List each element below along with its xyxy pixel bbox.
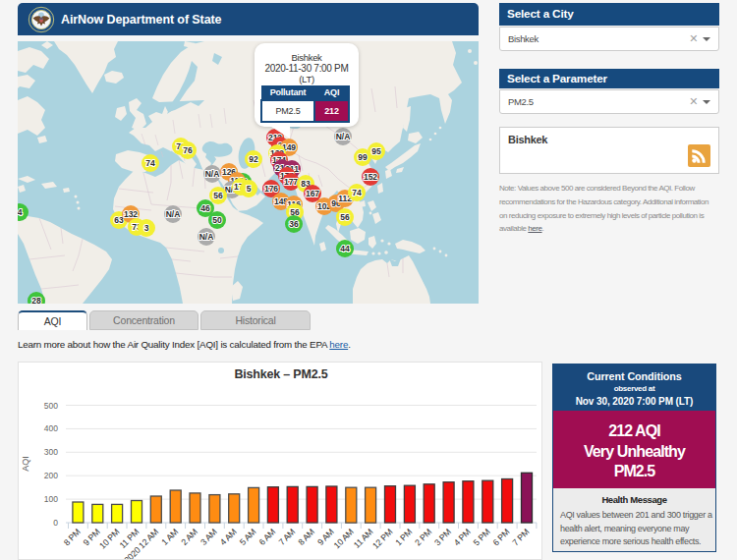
svg-text:152: 152 [364, 172, 377, 182]
svg-text:74: 74 [352, 188, 362, 197]
svg-text:200: 200 [44, 471, 58, 480]
svg-text:177: 177 [284, 177, 298, 187]
svg-text:4: 4 [18, 207, 23, 217]
svg-text:167: 167 [306, 189, 319, 198]
svg-text:1 PM: 1 PM [393, 527, 414, 547]
svg-text:500: 500 [44, 401, 58, 411]
svg-text:28: 28 [31, 296, 41, 304]
svg-text:100: 100 [44, 494, 58, 504]
svg-text:400: 400 [44, 423, 58, 433]
svg-text:4 AM: 4 AM [218, 527, 239, 547]
svg-text:8 AM: 8 AM [296, 527, 316, 547]
svg-text:76: 76 [183, 145, 193, 155]
svg-text:3 PM: 3 PM [432, 527, 453, 547]
svg-text:132: 132 [124, 209, 138, 219]
svg-text:5: 5 [247, 184, 252, 194]
svg-text:N/A: N/A [336, 132, 351, 141]
svg-text:56: 56 [213, 191, 223, 200]
svg-text:99: 99 [358, 152, 368, 162]
svg-text:N/A: N/A [205, 169, 220, 179]
svg-text:11 AM: 11 AM [352, 527, 375, 550]
svg-text:1 AM: 1 AM [159, 527, 180, 547]
svg-text:92: 92 [249, 154, 258, 164]
svg-text:AQI: AQI [21, 456, 30, 472]
svg-text:5 AM: 5 AM [238, 527, 258, 547]
svg-text:7 PM: 7 PM [510, 527, 531, 547]
svg-text:10 AM: 10 AM [332, 527, 356, 550]
svg-text:36: 36 [289, 219, 299, 229]
svg-text:10 PM: 10 PM [97, 527, 121, 550]
svg-text:2 PM: 2 PM [413, 527, 433, 547]
svg-text:4 PM: 4 PM [452, 527, 473, 547]
svg-text:46: 46 [200, 203, 210, 213]
svg-text:44: 44 [340, 244, 350, 253]
svg-text:5 PM: 5 PM [472, 527, 492, 547]
svg-text:50: 50 [212, 215, 222, 225]
svg-text:2 AM: 2 AM [179, 527, 199, 547]
svg-text:12 PM: 12 PM [370, 527, 394, 550]
svg-text:7 AM: 7 AM [277, 527, 298, 547]
svg-text:6 AM: 6 AM [257, 527, 278, 547]
svg-text:0: 0 [53, 518, 58, 528]
svg-text:176: 176 [264, 184, 278, 194]
svg-text:95: 95 [371, 146, 381, 156]
svg-text:Bishkek – PM2.5: Bishkek – PM2.5 [235, 367, 328, 381]
svg-text:6 PM: 6 PM [490, 527, 511, 547]
svg-text:N/A: N/A [199, 232, 214, 242]
svg-text:N/A: N/A [166, 209, 181, 219]
svg-text:300: 300 [44, 447, 58, 457]
svg-text:3: 3 [144, 223, 149, 233]
svg-text:74: 74 [145, 158, 155, 168]
svg-text:56: 56 [340, 212, 350, 222]
svg-text:3 AM: 3 AM [198, 527, 219, 547]
svg-text:8 PM: 8 PM [62, 527, 83, 547]
